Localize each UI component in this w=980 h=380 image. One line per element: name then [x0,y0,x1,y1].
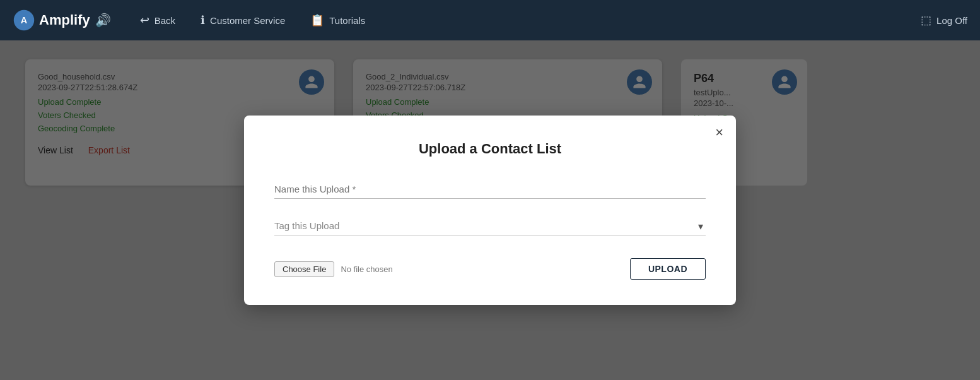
tag-upload-select[interactable]: Tag this Upload [274,217,706,235]
logoff-button[interactable]: ⬚ Log Off [921,13,967,27]
nav-items: ↩ Back ℹ Customer Service 📋 Tutorials [130,8,921,32]
no-file-text: No file chosen [341,264,392,274]
customer-service-nav-item[interactable]: ℹ Customer Service [190,8,295,32]
modal-overlay: × Upload a Contact List Tag this Upload … [0,40,980,380]
logo-text: Amplify [39,12,90,28]
logoff-icon: ⬚ [921,13,931,27]
logoff-label: Log Off [936,15,967,26]
name-upload-field [274,180,706,199]
upload-modal: × Upload a Contact List Tag this Upload … [244,116,736,305]
navbar: A Amplify 🔊 ↩ Back ℹ Customer Service 📋 … [0,0,980,40]
tag-upload-field: Tag this Upload ▾ [274,217,706,235]
book-icon: 📋 [310,13,324,27]
name-upload-input[interactable] [274,180,706,199]
logo[interactable]: A Amplify 🔊 [13,9,111,32]
choose-file-button[interactable]: Choose File [274,261,334,277]
upload-button[interactable]: UPLOAD [630,258,706,280]
modal-close-button[interactable]: × [715,126,723,140]
tag-select-wrapper: Tag this Upload ▾ [274,217,706,235]
back-label: Back [155,15,175,26]
tutorials-nav-item[interactable]: 📋 Tutorials [300,8,375,32]
modal-title: Upload a Contact List [274,141,706,157]
back-nav-item[interactable]: ↩ Back [130,8,185,32]
back-icon: ↩ [140,13,149,27]
logo-sound-icon: 🔊 [95,13,111,28]
customer-service-label: Customer Service [210,15,285,26]
nav-right: ⬚ Log Off [921,13,967,27]
svg-text:A: A [21,15,28,25]
file-input-wrapper: Choose File No file chosen [274,261,393,277]
modal-footer: Choose File No file chosen UPLOAD [274,258,706,280]
info-icon: ℹ [201,13,205,27]
tutorials-label: Tutorials [329,15,365,26]
